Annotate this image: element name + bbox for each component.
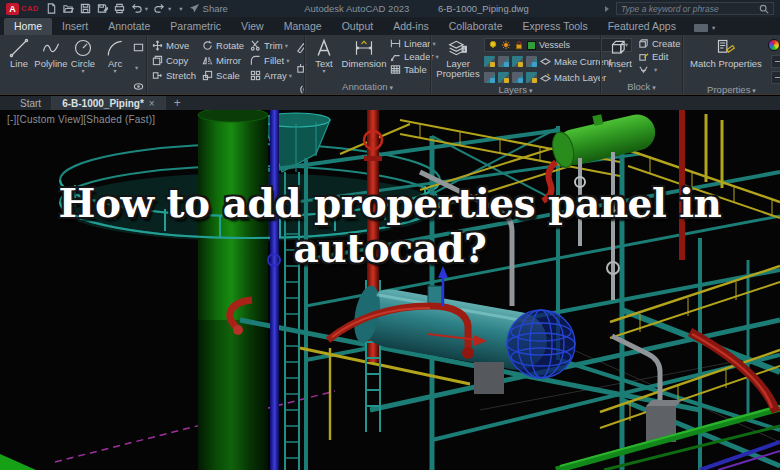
tab-view[interactable]: View [231,18,274,35]
layer-tool-icon[interactable] [526,56,537,67]
window-title: Autodesk AutoCAD 2023 6-B-1000_Piping.dw… [235,3,598,14]
close-tab-icon[interactable]: × [149,98,155,109]
ribbon-display-toggle[interactable] [694,24,715,32]
search-input[interactable] [621,4,755,14]
tab-output[interactable]: Output [332,18,384,35]
panel-label-annotation[interactable]: Annotation [310,81,425,94]
tab-express-tools[interactable]: Express Tools [512,18,597,35]
save-icon [80,3,91,14]
autocad-logo-icon: A [6,3,19,15]
color-wheel-icon [768,39,780,51]
tab-insert[interactable]: Insert [52,18,98,35]
circle-button[interactable]: Circle [69,37,97,74]
tab-home[interactable]: Home [4,18,52,35]
create-block-button[interactable]: Create [638,38,681,49]
layer-tool-icon[interactable] [484,72,495,83]
panel-label-block[interactable]: Block [606,81,677,94]
stretch-icon [152,70,163,81]
tab-collaborate[interactable]: Collaborate [439,18,513,35]
tab-featured-apps[interactable]: Featured Apps [598,18,686,35]
text-button[interactable]: Text [310,37,338,74]
rectangle-button[interactable] [133,39,144,75]
copy-label: Copy [166,55,188,66]
panel-annotation: Text Dimension Linear Leader Table Annot… [304,35,430,94]
viewport-controls[interactable]: [-][Custom View][Shaded (Fast)] [7,114,155,125]
blue-riser-pipe [270,110,279,470]
layer-tool-icon[interactable] [512,56,523,67]
match-layer-button[interactable]: Match Layer [540,72,606,83]
edit-block-label: Edit [652,51,668,62]
document-tab-label: 6-B-1000_Piping* [62,98,144,109]
layer-tool-icon[interactable] [498,72,509,83]
polyline-button[interactable]: Polyline [37,37,65,70]
redo-button[interactable] [154,3,171,14]
dimension-button[interactable]: Dimension [342,37,386,70]
layer-tool-icon[interactable] [526,72,537,83]
scale-icon [202,70,213,81]
search-icon[interactable] [759,4,769,14]
match-properties-button[interactable]: Match Properties [688,37,764,70]
share-button[interactable]: Share [189,3,228,14]
app-title: Autodesk AutoCAD 2023 [304,3,409,14]
copy-button[interactable]: Copy [152,55,196,66]
scale-button[interactable]: Scale [202,70,244,81]
trim-button[interactable]: Trim [250,40,292,51]
file-tab-start[interactable]: Start [10,96,52,110]
mirror-icon [202,55,213,66]
layer-properties-button[interactable]: Layer Properties [436,37,480,80]
new-file-button[interactable] [46,3,57,14]
thumbnail-title: How to add properties panel in autocad? [0,181,780,271]
share-label: Share [203,3,228,14]
layer-tool-icon[interactable] [498,56,509,67]
layer-tool-icon[interactable] [484,56,495,67]
edit-block-button[interactable]: Edit [638,51,681,62]
text-icon [314,38,334,58]
attributes-icon [638,64,649,75]
line-label: Line [10,59,28,69]
arc-button[interactable]: Arc [101,37,129,74]
mirror-button[interactable]: Mirror [202,55,244,66]
edit-attributes-button[interactable] [638,64,681,75]
lineweight-dropdown[interactable]: ByLayer [771,55,780,68]
open-file-button[interactable] [63,3,74,14]
linear-icon [390,38,401,49]
linetype-dropdown[interactable]: ByLayer [771,71,780,84]
array-button[interactable]: Array [250,70,292,81]
layer-dropdown-value: Vessels [539,40,570,50]
tab-annotate[interactable]: Annotate [98,18,160,35]
ellipse-icon [133,81,144,92]
customize-qat-button[interactable] [177,5,182,13]
scale-label: Scale [216,70,240,81]
rotate-button[interactable]: Rotate [202,40,244,51]
drawing-viewport[interactable] [0,110,780,470]
line-button[interactable]: Line [5,37,33,70]
linetype-preview [775,77,780,78]
move-label: Move [166,40,189,51]
app-menu-button[interactable]: A CAD [6,3,39,15]
undo-button[interactable] [131,3,148,14]
mirror-label: Mirror [216,55,241,66]
save-as-button[interactable] [97,3,108,14]
match-properties-label: Match Properties [690,59,762,69]
rotate-icon [202,40,213,51]
layer-color-swatch [527,41,536,50]
create-block-icon [638,38,649,49]
copy-icon [152,55,163,66]
start-tab-label: Start [20,98,41,109]
fillet-button[interactable]: Fillet [250,55,292,66]
stretch-button[interactable]: Stretch [152,70,196,81]
search-expand-arrow-icon[interactable] [605,6,609,12]
insert-block-button[interactable]: Insert [606,37,634,74]
layer-properties-label: Layer Properties [436,59,479,79]
make-current-icon [540,56,551,67]
save-button[interactable] [80,3,91,14]
move-button[interactable]: Move [152,40,196,51]
file-tab-document[interactable]: 6-B-1000_Piping* × [52,96,166,110]
match-properties-icon [716,38,736,58]
new-drawing-tab-button[interactable]: + [166,96,189,110]
tab-add-ins[interactable]: Add-ins [383,18,439,35]
tab-parametric[interactable]: Parametric [160,18,231,35]
plot-button[interactable] [114,3,125,14]
layer-tool-icon[interactable] [512,72,523,83]
tab-manage[interactable]: Manage [274,18,332,35]
